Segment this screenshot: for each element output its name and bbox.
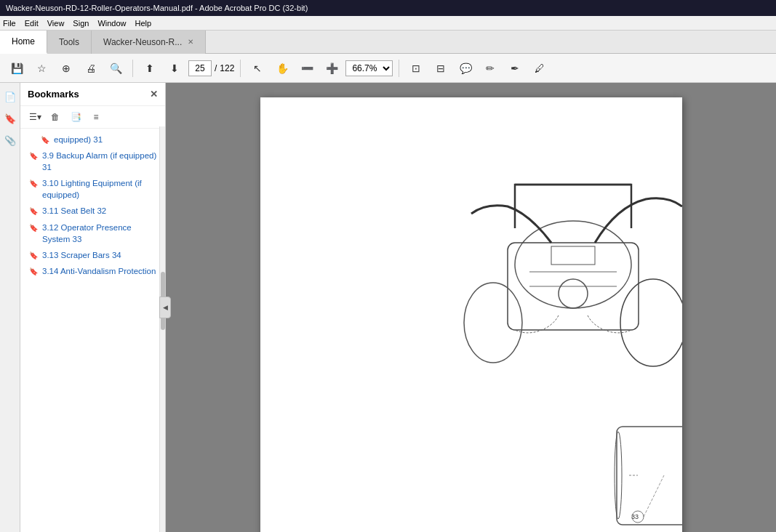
svg-point-66 xyxy=(615,432,622,519)
sidebar-scrollbar[interactable] xyxy=(159,126,165,532)
menu-bar: File Edit View Sign Window Help xyxy=(0,16,776,31)
bookmark-label-equipped31: equipped) 31 xyxy=(54,134,159,145)
zoom-out-button[interactable]: ➖ xyxy=(296,58,318,78)
bookmark-flag-icon: 🔖 xyxy=(41,135,49,145)
fit-page-button[interactable]: ⊡ xyxy=(405,58,427,78)
bookmark-item-seat-belt[interactable]: 🔖 3.11 Seat Belt 32 xyxy=(20,203,165,219)
sidebar-collapse-handle[interactable]: ◀ xyxy=(159,297,171,318)
sidebar-header: Bookmarks ✕ xyxy=(20,83,165,106)
menu-window[interactable]: Window xyxy=(97,19,126,28)
main-area: 📄 🔖 📎 Bookmarks ✕ ☰▾ 🗑 📑 ≡ 🔖 equipped) xyxy=(0,83,776,532)
tab-document-label: Wacker-Neuson-R... xyxy=(103,37,182,47)
bookmark-label-lighting: 3.10 Lighting Equipment (if equipped) xyxy=(42,177,159,201)
prev-page-button[interactable]: ⬆ xyxy=(139,58,161,78)
bookmark-flag-icon-6: 🔖 xyxy=(29,251,38,261)
bookmark-label-scraper-bars: 3.13 Scraper Bars 34 xyxy=(42,249,159,261)
tab-home-label: Home xyxy=(12,36,35,47)
sidebar-content: 🔖 equipped) 31 🔖 3.9 Backup Alarm (if eq… xyxy=(20,129,165,532)
print-button[interactable]: 🖨 xyxy=(80,58,102,78)
find-button[interactable]: 🔍 xyxy=(105,58,127,78)
sidebar-title: Bookmarks xyxy=(28,89,79,100)
pdf-page: 9 34 3 39 31 3 10 15 40 xyxy=(260,97,682,532)
zoom-in-button[interactable]: ➕ xyxy=(321,58,343,78)
svg-rect-7 xyxy=(551,246,595,265)
draw-button[interactable]: ✒ xyxy=(504,58,526,78)
bookmark-delete-button[interactable]: 🗑 xyxy=(47,109,64,125)
bookmark-item-scraper-bars[interactable]: 🔖 3.13 Scraper Bars 34 xyxy=(20,247,165,263)
bookmark-label-seat-belt: 3.11 Seat Belt 32 xyxy=(42,205,159,217)
zoom-select[interactable]: 66.7% 50% 75% 100% 125% 150% xyxy=(345,60,393,76)
menu-view[interactable]: View xyxy=(47,19,65,28)
svg-point-6 xyxy=(559,279,588,308)
comment-button[interactable]: 💬 xyxy=(455,58,476,78)
menu-file[interactable]: File xyxy=(3,19,16,28)
separator-2 xyxy=(240,60,241,77)
save-button[interactable]: 💾 xyxy=(6,58,28,78)
bookmark-flag-icon-4: 🔖 xyxy=(29,206,38,217)
page-navigation: / 122 xyxy=(188,60,234,76)
highlight-button[interactable]: ✏ xyxy=(479,58,501,78)
bookmark-dropdown-button[interactable]: ☰▾ xyxy=(26,109,44,125)
svg-rect-65 xyxy=(617,427,682,525)
tab-bar: Home Tools Wacker-Neuson-R... ✕ xyxy=(0,31,776,54)
bookmark-flag-icon-5: 🔖 xyxy=(29,223,38,233)
fit-width-button[interactable]: ⊟ xyxy=(430,58,452,78)
tab-tools[interactable]: Tools xyxy=(47,31,92,54)
menu-help[interactable]: Help xyxy=(135,19,152,28)
svg-point-2 xyxy=(464,283,522,363)
sidebar-toolbar: ☰▾ 🗑 📑 ≡ xyxy=(20,106,165,129)
menu-edit[interactable]: Edit xyxy=(25,19,39,28)
tab-tools-label: Tools xyxy=(59,37,79,47)
svg-point-3 xyxy=(620,279,682,366)
title-bar: Wacker-Neuson-RD-12-Roller-Operators-Man… xyxy=(0,0,776,16)
tab-document[interactable]: Wacker-Neuson-R... ✕ xyxy=(92,31,206,54)
parts-diagram: 9 34 3 39 31 3 10 15 40 xyxy=(260,97,682,532)
bookmark-flag-icon-3: 🔖 xyxy=(29,179,38,189)
bookmark-expand-button[interactable]: ≡ xyxy=(87,109,105,125)
pdf-viewer[interactable]: 9 34 3 39 31 3 10 15 40 xyxy=(166,83,776,532)
title-text: Wacker-Neuson-RD-12-Roller-Operators-Man… xyxy=(6,4,308,12)
bookmark-label-anti-vandalism: 3.14 Anti-Vandalism Protection xyxy=(42,265,159,277)
tab-close-icon[interactable]: ✕ xyxy=(188,38,193,46)
bookmark-label-backup-alarm: 3.9 Backup Alarm (if equipped) 31 xyxy=(42,150,159,173)
bookmark-item-backup-alarm[interactable]: 🔖 3.9 Backup Alarm (if equipped) 31 xyxy=(20,148,165,175)
bookmark-new-button[interactable]: 📑 xyxy=(67,109,84,125)
tab-home[interactable]: Home xyxy=(0,31,47,54)
next-page-button[interactable]: ⬇ xyxy=(164,58,185,78)
pan-button[interactable]: ✋ xyxy=(271,58,293,78)
signature-button[interactable]: 🖊 xyxy=(529,58,551,78)
bookmark-item-lighting[interactable]: 🔖 3.10 Lighting Equipment (if equipped) xyxy=(20,175,165,203)
page-total: 122 xyxy=(220,63,234,73)
sidebar-close-icon[interactable]: ✕ xyxy=(150,89,158,100)
bookmark-flag-icon-2: 🔖 xyxy=(29,151,38,161)
lower-exploded-diagram xyxy=(615,427,682,526)
bookmark-item-equipped31[interactable]: 🔖 equipped) 31 xyxy=(20,132,165,148)
page-separator: / xyxy=(215,63,217,73)
toolbar: 💾 ☆ ⊕ 🖨 🔍 ⬆ ⬇ / 122 ↖ ✋ ➖ ➕ 66.7% 50% 75… xyxy=(0,54,776,83)
attach-button[interactable]: ⊕ xyxy=(55,58,77,78)
separator-3 xyxy=(399,60,399,77)
sidebar: Bookmarks ✕ ☰▾ 🗑 📑 ≡ 🔖 equipped) 31 🔖 xyxy=(20,83,166,532)
attachments-icon[interactable]: 📎 xyxy=(2,132,18,148)
bookmark-label-operator-presence: 3.12 Operator Presence System 33 xyxy=(42,222,159,245)
separator-1 xyxy=(132,60,133,77)
pages-icon[interactable]: 📄 xyxy=(2,89,18,105)
bookmarks-icon[interactable]: 🔖 xyxy=(2,110,18,126)
bookmark-flag-icon-7: 🔖 xyxy=(29,267,38,277)
svg-line-120 xyxy=(644,475,664,517)
bookmark-item-operator-presence[interactable]: 🔖 3.12 Operator Presence System 33 xyxy=(20,219,165,247)
sidebar-header-icons: ✕ xyxy=(150,89,158,100)
page-input[interactable] xyxy=(188,60,212,76)
left-icon-panel: 📄 🔖 📎 xyxy=(0,83,20,532)
select-button[interactable]: ↖ xyxy=(247,58,268,78)
bookmark-button[interactable]: ☆ xyxy=(31,58,52,78)
bookmark-item-anti-vandalism[interactable]: 🔖 3.14 Anti-Vandalism Protection xyxy=(20,263,165,279)
menu-sign[interactable]: Sign xyxy=(73,19,89,28)
upper-machine-group xyxy=(464,185,682,366)
